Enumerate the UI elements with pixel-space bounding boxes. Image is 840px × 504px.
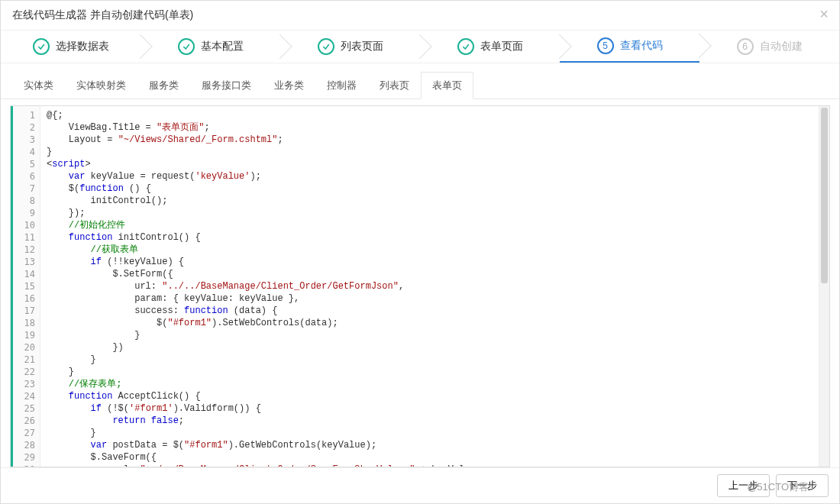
check-icon [457,38,474,55]
code-line: } [47,366,813,378]
wizard-steps: 选择数据表基本配置列表页面表单页面5查看代码6自动创建 [1,30,839,63]
wizard-step-1[interactable]: 选择数据表 [1,31,141,63]
step-number-icon: 5 [597,37,614,54]
wizard-step-4[interactable]: 表单页面 [420,31,560,63]
code-line: initControl(); [47,195,813,207]
code-line: } [47,329,813,341]
code-tabs: 实体类实体映射类服务类服务接口类业务类控制器列表页表单页 [1,63,839,99]
code-tab-6[interactable]: 列表页 [368,72,421,99]
dialog-footer: @@51CTO博客51CTO博客 上一步 下一步 [1,467,839,503]
code-generator-dialog: 在线代码生成器 并自动创建代码(单表) × 选择数据表基本配置列表页面表单页面5… [0,0,840,504]
dialog-titlebar: 在线代码生成器 并自动创建代码(单表) × [1,1,839,30]
code-line: var postData = $("#form1").GetWebControl… [47,439,813,451]
code-line: url: "../../BaseManage/Client_Order/GetF… [47,280,813,292]
code-line: //初始化控件 [47,219,813,231]
code-line: function AcceptClick() { [47,390,813,402]
code-line: //获取表单 [47,244,813,256]
code-line: } [47,354,813,366]
code-line: } [47,427,813,439]
vertical-scrollbar[interactable] [819,106,829,467]
code-line: var keyValue = request('keyValue'); [47,170,813,183]
code-tab-1[interactable]: 实体映射类 [65,72,137,99]
code-line: @{; [47,109,813,121]
code-tab-0[interactable]: 实体类 [12,72,65,99]
wizard-step-6: 6自动创建 [699,31,839,63]
code-line: Layout = "~/Views/Shared/_Form.cshtml"; [47,134,813,146]
code-line: if (!!keyValue) { [47,256,813,268]
step-label: 自动创建 [760,40,803,53]
code-line: }); [47,207,813,219]
step-number-icon: 6 [737,38,754,55]
code-line: } [47,146,813,158]
code-line: $(function () { [47,183,813,195]
code-line: return false; [47,415,813,427]
code-editor: 1 2 3 4 5 6 7 8 9 10 11 12 13 14 15 16 1… [10,105,830,467]
code-tab-3[interactable]: 服务接口类 [190,72,263,99]
code-line: url: "../../BaseManage/Client_Order/Save… [47,464,813,467]
close-icon[interactable]: × [819,5,829,23]
code-area[interactable]: @{; ViewBag.Title = "表单页面"; Layout = "~/… [40,106,819,467]
code-line: <script> [47,158,813,170]
code-line: $("#form1").SetWebControls(data); [47,317,813,329]
code-line: ViewBag.Title = "表单页面"; [47,121,813,134]
dialog-title: 在线代码生成器 并自动创建代码(单表) [12,8,193,21]
code-tab-5[interactable]: 控制器 [315,72,368,99]
code-tab-7[interactable]: 表单页 [421,72,473,99]
wizard-step-5[interactable]: 5查看代码 [560,31,699,63]
step-label: 列表页面 [341,40,383,53]
code-line: if (!$('#form1').Validform()) { [47,402,813,415]
code-line: function initControl() { [47,231,813,244]
scroll-thumb[interactable] [821,108,828,283]
code-tab-2[interactable]: 服务类 [137,72,190,99]
code-tab-4[interactable]: 业务类 [263,72,315,99]
check-icon [33,38,50,55]
check-icon [318,38,334,55]
step-label: 基本配置 [201,40,244,53]
step-label: 表单页面 [480,40,523,53]
code-line: }) [47,341,813,354]
code-line: param: { keyValue: keyValue }, [47,292,813,305]
step-label: 选择数据表 [56,40,109,53]
wizard-step-2[interactable]: 基本配置 [141,31,280,63]
step-label: 查看代码 [620,39,663,53]
wizard-step-3[interactable]: 列表页面 [280,31,420,63]
code-line: success: function (data) { [47,305,813,317]
code-line: //保存表单; [47,378,813,390]
line-number-gutter: 1 2 3 4 5 6 7 8 9 10 11 12 13 14 15 16 1… [13,106,40,467]
code-line: $.SetForm({ [47,268,813,280]
next-button[interactable]: 下一步 [776,474,829,497]
check-icon [178,38,195,55]
code-line: $.SaveForm({ [47,451,813,464]
prev-button[interactable]: 上一步 [717,474,770,497]
